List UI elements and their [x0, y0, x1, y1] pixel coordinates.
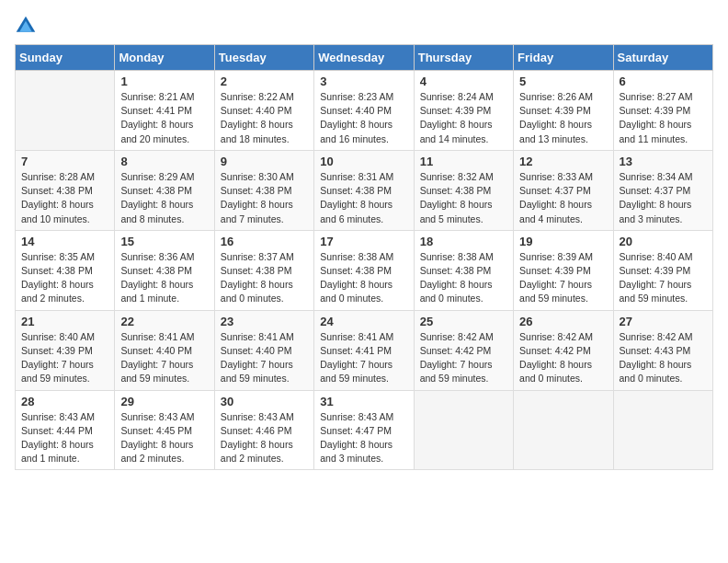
day-info: Sunrise: 8:23 AM Sunset: 4:40 PM Dayligh… — [320, 90, 407, 146]
day-number: 29 — [120, 395, 208, 408]
calendar-cell: 16Sunrise: 8:37 AM Sunset: 4:38 PM Dayli… — [214, 230, 313, 310]
day-info: Sunrise: 8:26 AM Sunset: 4:39 PM Dayligh… — [519, 90, 607, 146]
day-number: 28 — [21, 395, 108, 408]
day-number: 13 — [620, 155, 707, 168]
calendar-cell: 19Sunrise: 8:39 AM Sunset: 4:39 PM Dayli… — [514, 230, 613, 310]
calendar-cell: 26Sunrise: 8:42 AM Sunset: 4:42 PM Dayli… — [514, 310, 613, 390]
day-info: Sunrise: 8:39 AM Sunset: 4:39 PM Dayligh… — [519, 250, 607, 306]
day-info: Sunrise: 8:43 AM Sunset: 4:46 PM Dayligh… — [221, 410, 308, 466]
day-info: Sunrise: 8:43 AM Sunset: 4:47 PM Dayligh… — [320, 410, 407, 466]
calendar-cell: 9Sunrise: 8:30 AM Sunset: 4:38 PM Daylig… — [214, 150, 313, 230]
day-number: 26 — [519, 315, 607, 328]
day-info: Sunrise: 8:41 AM Sunset: 4:41 PM Dayligh… — [320, 330, 407, 386]
day-info: Sunrise: 8:32 AM Sunset: 4:38 PM Dayligh… — [420, 170, 507, 226]
day-number: 27 — [620, 315, 707, 328]
calendar-cell — [414, 390, 513, 470]
calendar-week-row: 21Sunrise: 8:40 AM Sunset: 4:39 PM Dayli… — [16, 310, 713, 390]
calendar-cell: 12Sunrise: 8:33 AM Sunset: 4:37 PM Dayli… — [514, 150, 613, 230]
day-info: Sunrise: 8:31 AM Sunset: 4:38 PM Dayligh… — [320, 170, 407, 226]
calendar-cell: 8Sunrise: 8:29 AM Sunset: 4:38 PM Daylig… — [115, 150, 214, 230]
day-info: Sunrise: 8:41 AM Sunset: 4:40 PM Dayligh… — [120, 330, 208, 386]
calendar-cell: 7Sunrise: 8:28 AM Sunset: 4:38 PM Daylig… — [16, 150, 115, 230]
calendar-cell: 28Sunrise: 8:43 AM Sunset: 4:44 PM Dayli… — [16, 390, 115, 470]
day-number: 1 — [120, 75, 208, 88]
day-info: Sunrise: 8:21 AM Sunset: 4:41 PM Dayligh… — [120, 90, 208, 146]
calendar-cell: 21Sunrise: 8:40 AM Sunset: 4:39 PM Dayli… — [16, 310, 115, 390]
calendar-cell: 11Sunrise: 8:32 AM Sunset: 4:38 PM Dayli… — [414, 150, 513, 230]
calendar-cell: 22Sunrise: 8:41 AM Sunset: 4:40 PM Dayli… — [115, 310, 214, 390]
calendar-cell: 30Sunrise: 8:43 AM Sunset: 4:46 PM Dayli… — [214, 390, 313, 470]
day-info: Sunrise: 8:43 AM Sunset: 4:44 PM Dayligh… — [21, 410, 108, 466]
weekday-header-row: SundayMondayTuesdayWednesdayThursdayFrid… — [16, 45, 713, 71]
day-info: Sunrise: 8:36 AM Sunset: 4:38 PM Dayligh… — [120, 250, 208, 306]
calendar-week-row: 14Sunrise: 8:35 AM Sunset: 4:38 PM Dayli… — [16, 230, 713, 310]
calendar-cell — [613, 390, 712, 470]
calendar-cell: 18Sunrise: 8:38 AM Sunset: 4:38 PM Dayli… — [414, 230, 513, 310]
day-number: 5 — [519, 75, 607, 88]
calendar: SundayMondayTuesdayWednesdayThursdayFrid… — [15, 44, 713, 470]
day-number: 23 — [221, 315, 308, 328]
calendar-cell: 1Sunrise: 8:21 AM Sunset: 4:41 PM Daylig… — [115, 71, 214, 151]
calendar-cell: 29Sunrise: 8:43 AM Sunset: 4:45 PM Dayli… — [115, 390, 214, 470]
calendar-cell: 4Sunrise: 8:24 AM Sunset: 4:39 PM Daylig… — [414, 71, 513, 151]
calendar-cell: 27Sunrise: 8:42 AM Sunset: 4:43 PM Dayli… — [613, 310, 712, 390]
day-info: Sunrise: 8:29 AM Sunset: 4:38 PM Dayligh… — [120, 170, 208, 226]
calendar-cell — [514, 390, 613, 470]
day-number: 31 — [320, 395, 407, 408]
day-info: Sunrise: 8:27 AM Sunset: 4:39 PM Dayligh… — [620, 90, 707, 146]
day-number: 11 — [420, 155, 507, 168]
day-number: 3 — [320, 75, 407, 88]
day-number: 30 — [221, 395, 308, 408]
day-number: 10 — [320, 155, 407, 168]
day-info: Sunrise: 8:22 AM Sunset: 4:40 PM Dayligh… — [221, 90, 308, 146]
day-number: 2 — [221, 75, 308, 88]
calendar-cell: 24Sunrise: 8:41 AM Sunset: 4:41 PM Dayli… — [314, 310, 414, 390]
weekday-header: Tuesday — [214, 45, 313, 71]
calendar-cell: 23Sunrise: 8:41 AM Sunset: 4:40 PM Dayli… — [214, 310, 313, 390]
day-number: 15 — [120, 235, 208, 248]
day-number: 16 — [221, 235, 308, 248]
day-number: 19 — [519, 235, 607, 248]
day-info: Sunrise: 8:37 AM Sunset: 4:38 PM Dayligh… — [221, 250, 308, 306]
day-info: Sunrise: 8:30 AM Sunset: 4:38 PM Dayligh… — [221, 170, 308, 226]
day-info: Sunrise: 8:33 AM Sunset: 4:37 PM Dayligh… — [519, 170, 607, 226]
calendar-cell: 20Sunrise: 8:40 AM Sunset: 4:39 PM Dayli… — [613, 230, 712, 310]
day-info: Sunrise: 8:38 AM Sunset: 4:38 PM Dayligh… — [320, 250, 407, 306]
day-number: 17 — [320, 235, 407, 248]
calendar-week-row: 28Sunrise: 8:43 AM Sunset: 4:44 PM Dayli… — [16, 390, 713, 470]
calendar-cell: 3Sunrise: 8:23 AM Sunset: 4:40 PM Daylig… — [314, 71, 414, 151]
day-number: 18 — [420, 235, 507, 248]
day-info: Sunrise: 8:41 AM Sunset: 4:40 PM Dayligh… — [221, 330, 308, 386]
calendar-week-row: 1Sunrise: 8:21 AM Sunset: 4:41 PM Daylig… — [16, 71, 713, 151]
day-info: Sunrise: 8:40 AM Sunset: 4:39 PM Dayligh… — [21, 330, 108, 386]
day-info: Sunrise: 8:42 AM Sunset: 4:42 PM Dayligh… — [519, 330, 607, 386]
weekday-header: Saturday — [613, 45, 712, 71]
day-number: 20 — [620, 235, 707, 248]
calendar-cell: 10Sunrise: 8:31 AM Sunset: 4:38 PM Dayli… — [314, 150, 414, 230]
day-info: Sunrise: 8:43 AM Sunset: 4:45 PM Dayligh… — [120, 410, 208, 466]
day-info: Sunrise: 8:42 AM Sunset: 4:42 PM Dayligh… — [420, 330, 507, 386]
calendar-cell: 6Sunrise: 8:27 AM Sunset: 4:39 PM Daylig… — [613, 71, 712, 151]
day-number: 14 — [21, 235, 108, 248]
calendar-cell: 31Sunrise: 8:43 AM Sunset: 4:47 PM Dayli… — [314, 390, 414, 470]
calendar-cell: 17Sunrise: 8:38 AM Sunset: 4:38 PM Dayli… — [314, 230, 414, 310]
day-number: 7 — [21, 155, 108, 168]
day-info: Sunrise: 8:28 AM Sunset: 4:38 PM Dayligh… — [21, 170, 108, 226]
day-number: 22 — [120, 315, 208, 328]
day-number: 4 — [420, 75, 507, 88]
day-number: 12 — [519, 155, 607, 168]
day-number: 8 — [120, 155, 208, 168]
day-info: Sunrise: 8:24 AM Sunset: 4:39 PM Dayligh… — [420, 90, 507, 146]
day-info: Sunrise: 8:42 AM Sunset: 4:43 PM Dayligh… — [620, 330, 707, 386]
weekday-header: Monday — [115, 45, 214, 71]
weekday-header: Friday — [514, 45, 613, 71]
day-info: Sunrise: 8:35 AM Sunset: 4:38 PM Dayligh… — [21, 250, 108, 306]
calendar-cell: 13Sunrise: 8:34 AM Sunset: 4:37 PM Dayli… — [613, 150, 712, 230]
weekday-header: Sunday — [16, 45, 115, 71]
day-info: Sunrise: 8:40 AM Sunset: 4:39 PM Dayligh… — [620, 250, 707, 306]
calendar-cell: 5Sunrise: 8:26 AM Sunset: 4:39 PM Daylig… — [514, 71, 613, 151]
weekday-header: Wednesday — [314, 45, 414, 71]
day-info: Sunrise: 8:38 AM Sunset: 4:38 PM Dayligh… — [420, 250, 507, 306]
calendar-body: 1Sunrise: 8:21 AM Sunset: 4:41 PM Daylig… — [16, 71, 713, 470]
day-info: Sunrise: 8:34 AM Sunset: 4:37 PM Dayligh… — [620, 170, 707, 226]
